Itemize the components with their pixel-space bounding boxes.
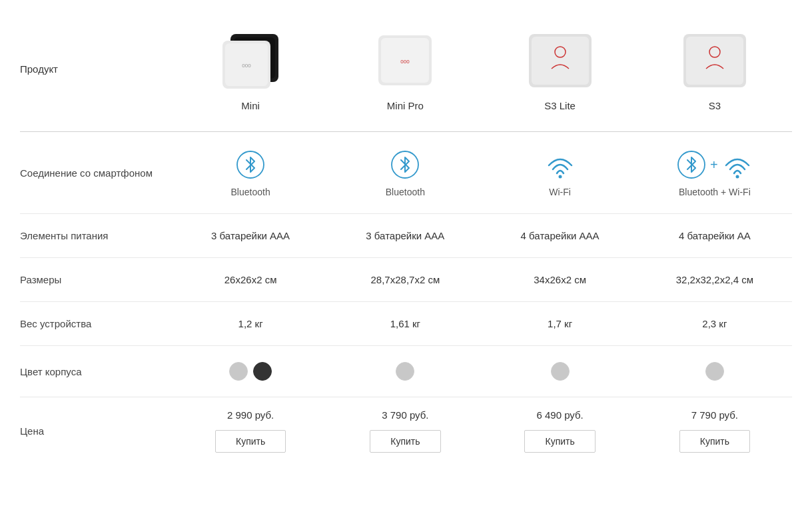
svg-rect-13	[686, 37, 743, 85]
buy-button-s3[interactable]: Купить	[679, 430, 750, 453]
price-text-s3: 7 790 руб.	[644, 409, 785, 421]
dimensions-cell-minipro: 28,7x28,7x2 см	[328, 258, 482, 301]
connectivity-text-s3: Bluetooth + Wi-Fi	[644, 187, 785, 197]
price-cell-minipro: 3 790 руб. Купить	[328, 397, 482, 465]
svg-text:000: 000	[242, 63, 251, 69]
comparison-table: Продукт ● 000 Mini	[0, 0, 812, 478]
color-swatches-s3	[644, 362, 785, 381]
product-cell-minipro: 000 Mini Pro	[328, 13, 482, 125]
plus-sign: +	[710, 157, 718, 173]
svg-rect-10	[532, 37, 589, 85]
weight-cell-s3lite: 1,7 кг	[483, 302, 637, 345]
connectivity-text-mini: Bluetooth	[180, 187, 321, 197]
price-text-s3lite: 6 490 руб.	[490, 409, 631, 421]
product-name-s3: S3	[647, 100, 782, 111]
product-cell-mini: ● 000 Mini	[173, 13, 328, 125]
color-swatch-s3	[705, 362, 724, 381]
color-row: Цвет корпуса	[20, 346, 792, 397]
connectivity-cell-s3lite: Wi-Fi	[483, 132, 637, 213]
connectivity-label: Соединение со смартфоном	[20, 151, 173, 195]
price-label: Цена	[20, 409, 173, 453]
connectivity-text-minipro: Bluetooth	[334, 187, 476, 197]
price-cell-mini: 2 990 руб. Купить	[173, 397, 328, 465]
color-swatches-mini	[180, 362, 321, 381]
connectivity-row: Соединение со смартфоном Bluetooth Bluet…	[20, 132, 792, 214]
weight-cell-mini: 1,2 кг	[173, 302, 328, 345]
product-image-s3lite	[520, 27, 600, 93]
product-name-minipro: Mini Pro	[338, 100, 472, 111]
color-cell-minipro	[328, 346, 482, 397]
color-swatches-minipro	[334, 362, 476, 381]
connectivity-text-s3lite: Wi-Fi	[490, 187, 631, 197]
connectivity-icon-s3lite	[490, 148, 631, 181]
battery-cell-s3: 4 батарейки АА	[637, 214, 792, 257]
svg-point-17	[558, 175, 562, 179]
price-cell-s3: 7 790 руб. Купить	[637, 397, 792, 465]
buy-button-s3lite[interactable]: Купить	[524, 430, 595, 453]
svg-text:000: 000	[401, 59, 410, 65]
price-cell-s3lite: 6 490 руб. Купить	[483, 397, 637, 465]
buy-button-minipro[interactable]: Купить	[370, 430, 440, 453]
dimensions-row: Размеры 26x26x2 см 28,7x28,7x2 см 34x26x…	[20, 258, 792, 302]
weight-label: Вес устройства	[20, 302, 173, 345]
product-image-minipro: 000	[365, 27, 445, 93]
product-cell-s3: S3	[637, 13, 792, 125]
battery-cell-mini: 3 батарейки AAA	[173, 214, 328, 257]
connectivity-icon-mini	[180, 148, 321, 181]
battery-row: Элементы питания 3 батарейки AAA 3 батар…	[20, 214, 792, 258]
buy-button-mini[interactable]: Купить	[215, 430, 286, 453]
battery-cell-s3lite: 4 батарейки AAA	[483, 214, 637, 257]
color-swatches-s3lite	[490, 362, 631, 381]
connectivity-cell-mini: Bluetooth	[173, 132, 328, 213]
weight-cell-s3: 2,3 кг	[637, 302, 792, 345]
color-swatch-mini-light	[229, 362, 248, 381]
color-cell-s3lite	[483, 346, 637, 397]
price-row: Цена 2 990 руб. Купить 3 790 руб. Купить…	[20, 397, 792, 465]
price-text-mini: 2 990 руб.	[180, 409, 321, 421]
color-swatch-mini-dark	[253, 362, 272, 381]
product-row: Продукт ● 000 Mini	[20, 13, 792, 132]
svg-point-19	[735, 175, 739, 179]
product-image-s3	[675, 27, 755, 93]
dimensions-cell-s3: 32,2x32,2x2,4 см	[637, 258, 792, 301]
product-label: Продукт	[20, 63, 58, 75]
dimensions-cell-s3lite: 34x26x2 см	[483, 258, 637, 301]
product-name-mini: Mini	[183, 100, 318, 111]
connectivity-cell-minipro: Bluetooth	[328, 132, 482, 213]
battery-cell-minipro: 3 батарейки AAA	[328, 214, 482, 257]
dimensions-label: Размеры	[20, 258, 173, 301]
weight-row: Вес устройства 1,2 кг 1,61 кг 1,7 кг 2,3…	[20, 302, 792, 346]
color-cell-mini	[173, 346, 328, 397]
color-swatch-minipro	[396, 362, 414, 381]
dimensions-cell-mini: 26x26x2 см	[173, 258, 328, 301]
price-text-minipro: 3 790 руб.	[334, 409, 476, 421]
weight-cell-minipro: 1,61 кг	[328, 302, 482, 345]
color-swatch-s3lite	[551, 362, 570, 381]
product-image-mini: ● 000	[210, 27, 290, 93]
connectivity-icon-minipro	[334, 148, 476, 181]
connectivity-cell-s3: + Bluetooth + Wi-Fi	[637, 132, 792, 213]
color-cell-s3	[637, 346, 792, 397]
color-label: Цвет корпуса	[20, 350, 173, 393]
connectivity-icon-s3: +	[644, 148, 785, 181]
battery-label: Элементы питания	[20, 214, 173, 257]
product-name-s3lite: S3 Lite	[493, 100, 627, 111]
product-cell-s3lite: S3 Lite	[483, 13, 637, 125]
